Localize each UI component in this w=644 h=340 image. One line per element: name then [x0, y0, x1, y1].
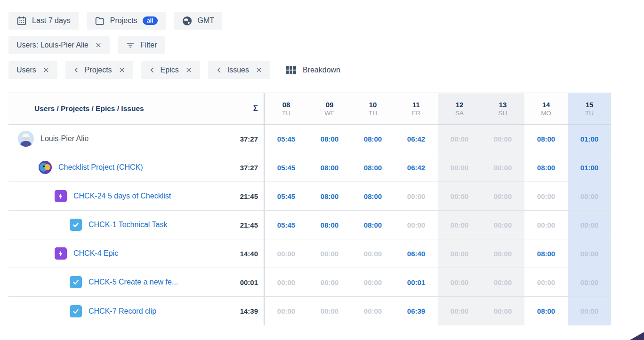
- time-cell[interactable]: 00:00: [481, 182, 524, 210]
- time-cell[interactable]: 00:00: [438, 297, 481, 325]
- collapse-issues-icon[interactable]: [216, 67, 222, 73]
- row-label[interactable]: Checklist Project (CHCK): [58, 163, 143, 172]
- time-cell[interactable]: 00:00: [265, 239, 308, 268]
- time-cell[interactable]: 08:00: [351, 153, 394, 182]
- time-cell[interactable]: 00:00: [481, 239, 524, 268]
- table-row-project: Checklist Project (CHCK)37:2705:4508:000…: [8, 153, 611, 182]
- remove-group-issues-icon[interactable]: [256, 67, 262, 73]
- time-cell[interactable]: 05:45: [265, 153, 308, 182]
- time-cell[interactable]: 00:00: [351, 239, 394, 268]
- group-chip-projects[interactable]: Projects: [65, 61, 133, 79]
- time-cell[interactable]: 01:00: [568, 153, 611, 182]
- day-of-week: FR: [412, 110, 420, 117]
- time-cell[interactable]: 00:00: [438, 211, 481, 239]
- time-cell[interactable]: 00:00: [308, 297, 351, 325]
- row-name-cell: Louis-Pier Alie: [8, 125, 238, 153]
- folder-icon: [95, 16, 105, 26]
- day-number: 13: [499, 101, 507, 109]
- remove-group-users-icon[interactable]: [43, 67, 49, 73]
- time-cell[interactable]: 00:00: [481, 125, 524, 153]
- time-cell[interactable]: 06:42: [394, 125, 438, 153]
- user-filter-chip[interactable]: Users: Louis-Pier Alie: [8, 36, 110, 54]
- group-chip-issues[interactable]: Issues: [208, 61, 270, 79]
- time-cell[interactable]: 00:00: [438, 182, 481, 210]
- row-sum-cell: 21:45: [238, 211, 264, 239]
- filter-button[interactable]: Filter: [118, 36, 165, 54]
- time-cell[interactable]: 00:00: [481, 268, 524, 296]
- time-cell[interactable]: 08:00: [351, 211, 394, 239]
- row-values: 05:4508:0008:0006:4200:0000:0008:0001:00: [264, 153, 611, 182]
- time-cell[interactable]: 00:00: [568, 182, 611, 210]
- time-cell[interactable]: 08:00: [351, 125, 394, 153]
- time-cell[interactable]: 00:00: [524, 211, 568, 239]
- day-number: 14: [542, 101, 550, 109]
- day-number: 09: [326, 101, 334, 109]
- row-label[interactable]: CHCK-7 Record clip: [89, 307, 156, 316]
- breakdown-label: Breakdown: [303, 66, 340, 74]
- timezone-button[interactable]: GMT: [174, 12, 223, 30]
- row-label[interactable]: CHCK-1 Technical Task: [89, 221, 167, 229]
- group-chip-epics[interactable]: Epics: [141, 61, 200, 79]
- time-cell[interactable]: 00:00: [568, 297, 611, 325]
- row-label[interactable]: CHCK-4 Epic: [73, 249, 118, 258]
- time-cell[interactable]: 08:00: [308, 153, 351, 182]
- table-row-task: CHCK-1 Technical Task21:4505:4508:0008:0…: [8, 211, 611, 239]
- time-cell[interactable]: 08:00: [524, 125, 568, 153]
- time-cell[interactable]: 00:00: [308, 268, 351, 296]
- time-cell[interactable]: 05:45: [265, 182, 308, 210]
- time-cell[interactable]: 00:00: [351, 268, 394, 296]
- time-cell[interactable]: 08:00: [308, 182, 351, 210]
- time-cell[interactable]: 00:00: [308, 239, 351, 268]
- remove-group-epics-icon[interactable]: [185, 67, 192, 73]
- time-cell[interactable]: 00:00: [265, 297, 308, 325]
- date-range-button[interactable]: Last 7 days: [8, 12, 79, 30]
- table-header-row: Users / Projects / Epics / IssuesΣ08TU09…: [8, 93, 611, 125]
- corner-logo-fragment: [630, 332, 644, 340]
- time-cell[interactable]: 00:00: [438, 125, 481, 153]
- time-cell[interactable]: 05:45: [265, 125, 308, 153]
- time-cell[interactable]: 00:00: [394, 211, 438, 239]
- remove-group-projects-icon[interactable]: [119, 67, 125, 73]
- remove-user-filter-icon[interactable]: [95, 42, 102, 48]
- group-chip-users[interactable]: Users: [8, 61, 57, 79]
- row-label[interactable]: Louis-Pier Alie: [40, 134, 89, 143]
- date-range-label: Last 7 days: [32, 16, 71, 25]
- time-cell[interactable]: 00:00: [265, 268, 308, 296]
- row-label[interactable]: CHCK-5 Create a new fe...: [89, 278, 178, 286]
- time-cell[interactable]: 05:45: [265, 211, 308, 239]
- row-label[interactable]: CHCK-24 5 days of Checklist: [73, 192, 171, 200]
- time-cell[interactable]: 08:00: [524, 297, 568, 325]
- time-cell[interactable]: 06:40: [394, 239, 438, 268]
- time-cell[interactable]: 00:00: [351, 297, 394, 325]
- time-cell[interactable]: 00:00: [524, 268, 568, 296]
- time-cell[interactable]: 00:00: [481, 211, 524, 239]
- time-cell[interactable]: 06:42: [394, 153, 438, 182]
- time-cell[interactable]: 00:00: [568, 239, 611, 268]
- time-cell[interactable]: 00:00: [524, 182, 568, 210]
- time-cell[interactable]: 08:00: [524, 153, 568, 182]
- time-cell[interactable]: 00:00: [394, 182, 438, 210]
- time-cell[interactable]: 08:00: [308, 125, 351, 153]
- project-avatar: [39, 161, 52, 174]
- time-cell[interactable]: 00:00: [438, 153, 481, 182]
- breakdown-toggle[interactable]: Breakdown: [285, 64, 340, 76]
- task-icon: [70, 219, 82, 231]
- collapse-epics-icon[interactable]: [149, 67, 155, 73]
- time-cell[interactable]: 01:00: [568, 125, 611, 153]
- time-cell[interactable]: 08:00: [351, 182, 394, 210]
- time-cell[interactable]: 08:00: [524, 239, 568, 268]
- row-sum-cell: 14:40: [238, 239, 264, 268]
- collapse-projects-icon[interactable]: [73, 67, 79, 73]
- time-cell[interactable]: 00:00: [438, 239, 481, 268]
- time-cell[interactable]: 08:00: [308, 211, 351, 239]
- time-cell[interactable]: 00:00: [568, 211, 611, 239]
- time-cell[interactable]: 00:00: [481, 153, 524, 182]
- time-cell[interactable]: 00:01: [394, 268, 438, 296]
- row-name-cell: CHCK-4 Epic: [8, 239, 238, 268]
- projects-scope-button[interactable]: Projects all: [87, 12, 166, 30]
- time-cell[interactable]: 06:39: [394, 297, 438, 325]
- time-cell[interactable]: 00:00: [568, 268, 611, 296]
- time-cell[interactable]: 00:00: [438, 268, 481, 296]
- row-name-cell: CHCK-7 Record clip: [8, 297, 238, 325]
- time-cell[interactable]: 00:00: [481, 297, 524, 325]
